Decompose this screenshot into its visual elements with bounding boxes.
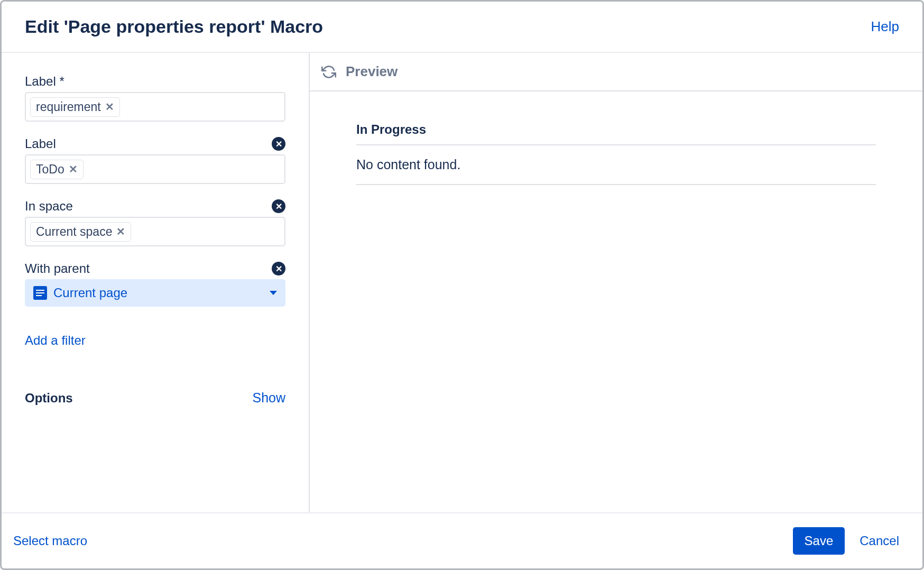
cancel-link[interactable]: Cancel — [860, 534, 899, 548]
options-section: Options Show — [25, 390, 285, 406]
chip-todo: ToDo ✕ — [30, 160, 84, 179]
chip-current-space: Current space ✕ — [30, 222, 131, 242]
label-required-input[interactable]: requirement ✕ — [25, 92, 285, 122]
dialog-footer: Select macro Save Cancel — [2, 512, 922, 568]
refresh-icon[interactable] — [321, 65, 336, 79]
options-title: Options — [25, 391, 73, 406]
chevron-down-icon — [270, 291, 277, 295]
field-label: With parent — [25, 261, 90, 276]
clear-field-icon[interactable]: ✕ — [272, 199, 285, 213]
field-in-space: In space ✕ Current space ✕ — [25, 199, 285, 246]
preview-section-title: In Progress — [356, 122, 876, 145]
close-icon[interactable]: ✕ — [69, 164, 78, 174]
chip-text: ToDo — [36, 162, 64, 177]
options-show-link[interactable]: Show — [252, 390, 285, 406]
preview-title: Preview — [346, 63, 398, 80]
space-input[interactable]: Current space ✕ — [25, 217, 285, 246]
config-panel: Label * requirement ✕ Label ✕ ToDo — [2, 53, 310, 512]
chip-text: Current space — [36, 225, 112, 239]
field-label: Label * — [25, 74, 64, 89]
label-input[interactable]: ToDo ✕ — [25, 154, 285, 184]
preview-header: Preview — [310, 53, 922, 91]
field-with-parent: With parent ✕ Current page — [25, 261, 285, 307]
dialog-body: Label * requirement ✕ Label ✕ ToDo — [2, 53, 922, 512]
preview-panel: Preview In Progress No content found. — [310, 53, 922, 512]
dialog-title: Edit 'Page properties report' Macro — [25, 16, 323, 37]
page-icon — [33, 286, 47, 300]
field-label-required: Label * requirement ✕ — [25, 74, 285, 122]
parent-select[interactable]: Current page — [25, 279, 285, 307]
macro-edit-dialog: Edit 'Page properties report' Macro Help… — [0, 0, 924, 570]
chip-requirement: requirement ✕ — [30, 97, 120, 117]
clear-field-icon[interactable]: ✕ — [272, 137, 285, 151]
add-filter-link[interactable]: Add a filter — [25, 333, 86, 348]
footer-actions: Save Cancel — [793, 527, 899, 555]
parent-select-value: Current page — [53, 286, 127, 300]
close-icon[interactable]: ✕ — [105, 102, 114, 112]
help-link[interactable]: Help — [871, 19, 899, 35]
save-button[interactable]: Save — [793, 527, 845, 555]
select-macro-link[interactable]: Select macro — [13, 534, 87, 548]
field-label: Label ✕ ToDo ✕ — [25, 136, 285, 184]
preview-body: In Progress No content found. — [310, 91, 922, 196]
dialog-header: Edit 'Page properties report' Macro Help — [2, 2, 922, 53]
close-icon[interactable]: ✕ — [116, 226, 125, 237]
chip-text: requirement — [36, 100, 101, 114]
preview-empty-text: No content found. — [356, 145, 876, 185]
field-label: Label — [25, 136, 56, 151]
field-label: In space — [25, 199, 73, 214]
clear-field-icon[interactable]: ✕ — [272, 262, 285, 275]
